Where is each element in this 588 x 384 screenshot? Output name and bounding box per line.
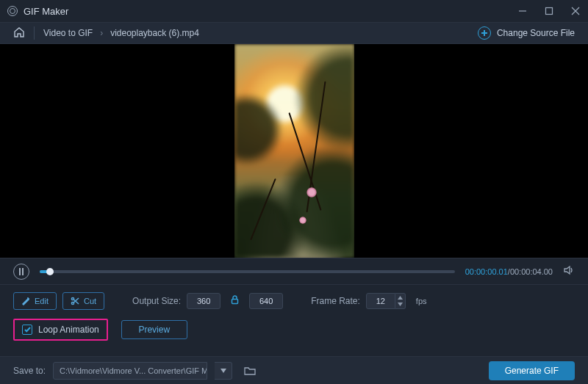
chevron-right-icon: › xyxy=(100,28,103,38)
frame-rate-input[interactable]: 12 xyxy=(366,293,395,309)
loop-animation-label: Loop Animation xyxy=(38,325,99,335)
wand-icon xyxy=(21,297,30,305)
svg-marker-15 xyxy=(398,296,403,300)
generate-gif-button[interactable]: Generate GIF xyxy=(489,361,575,380)
preview-label: Preview xyxy=(138,325,170,335)
svg-rect-14 xyxy=(232,300,238,304)
save-path-field[interactable]: C:\Vidmore\Vidmore V... Converter\GIF Ma… xyxy=(53,362,207,380)
app-title: GIF Maker xyxy=(24,6,68,17)
edit-button[interactable]: Edit xyxy=(13,292,57,310)
fps-label: fps xyxy=(416,297,427,305)
breadcrumb: Video to GIF › videoplayback (6).mp4 Cha… xyxy=(0,22,588,44)
loop-animation-checkbox[interactable]: Loop Animation xyxy=(13,319,108,341)
titlebar: GIF Maker xyxy=(0,0,588,22)
output-height-input[interactable]: 640 xyxy=(249,293,283,309)
change-source-label: Change Source File xyxy=(497,28,575,38)
window-controls xyxy=(517,6,581,16)
save-path-dropdown[interactable] xyxy=(215,362,232,380)
change-source-button[interactable]: Change Source File xyxy=(478,26,575,40)
output-size-label: Output Size: xyxy=(132,296,181,306)
open-folder-button[interactable] xyxy=(243,363,257,378)
home-icon[interactable] xyxy=(13,26,25,40)
time-current: 00:00:00.01 xyxy=(465,267,508,276)
divider xyxy=(34,26,35,40)
svg-point-11 xyxy=(71,297,74,300)
volume-icon[interactable] xyxy=(563,264,575,278)
lock-icon[interactable] xyxy=(231,295,239,307)
save-to-label: Save to: xyxy=(13,366,46,376)
pause-button[interactable] xyxy=(13,264,29,280)
frame-rate-stepper[interactable]: 12 xyxy=(366,293,406,309)
cut-label: Cut xyxy=(84,297,96,305)
frame-rate-label: Frame Rate: xyxy=(311,296,360,306)
video-preview-area xyxy=(0,44,588,258)
seek-slider[interactable] xyxy=(40,270,455,273)
generate-label: Generate GIF xyxy=(505,366,559,376)
controls-row-1: Edit Cut Output Size: 360 640 Frame Rate… xyxy=(13,292,575,310)
frame-rate-down[interactable] xyxy=(395,301,405,308)
app-icon xyxy=(7,6,18,16)
controls-row-2: Loop Animation Preview xyxy=(13,319,575,341)
svg-marker-16 xyxy=(398,303,403,306)
scissors-icon xyxy=(71,297,79,305)
cut-button[interactable]: Cut xyxy=(62,292,104,310)
minimize-button[interactable] xyxy=(517,6,528,16)
checkbox-icon xyxy=(22,325,32,335)
svg-marker-17 xyxy=(220,369,226,373)
crumb-filename: videoplayback (6).mp4 xyxy=(110,28,199,38)
controls-panel: Edit Cut Output Size: 360 640 Frame Rate… xyxy=(0,284,588,347)
seek-thumb[interactable] xyxy=(46,268,54,275)
maximize-button[interactable] xyxy=(544,6,554,16)
time-total: /00:00:04.00 xyxy=(508,267,553,276)
preview-button[interactable]: Preview xyxy=(121,320,187,339)
bottom-bar: Save to: C:\Vidmore\Vidmore V... Convert… xyxy=(0,356,588,384)
frame-rate-up[interactable] xyxy=(395,294,405,301)
close-button[interactable] xyxy=(570,6,581,16)
edit-label: Edit xyxy=(35,297,49,305)
plus-circle-icon xyxy=(478,26,491,40)
svg-point-10 xyxy=(71,302,74,304)
output-width-input[interactable]: 360 xyxy=(187,293,220,309)
svg-rect-1 xyxy=(546,8,553,15)
playback-bar: 00:00:00.01/00:00:04.00 xyxy=(0,258,588,284)
video-frame[interactable] xyxy=(234,44,354,258)
crumb-video-to-gif[interactable]: Video to GIF xyxy=(43,28,93,38)
